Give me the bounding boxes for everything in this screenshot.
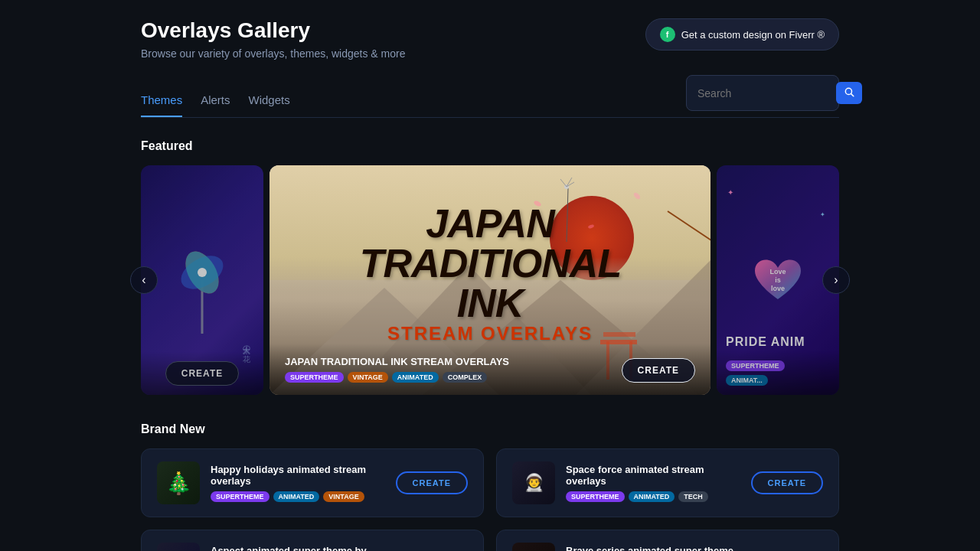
fan-decoration xyxy=(172,227,233,334)
svg-text:is: is xyxy=(775,276,781,284)
brand-new-title: Brand New xyxy=(141,422,839,436)
tab-widgets[interactable]: Widgets xyxy=(249,87,290,117)
chevron-right-icon: › xyxy=(834,273,838,287)
fiverr-icon: f xyxy=(660,27,675,42)
japan-card-name: JAPAN TRADITIONAL INK STREAM OVERLAYS xyxy=(285,356,509,367)
brave-thumbnail: B xyxy=(512,543,555,551)
chevron-left-icon: ‹ xyxy=(142,273,145,287)
brave-name: Brave series animated super theme by own… xyxy=(566,545,740,551)
happy-holidays-info: Happy holidays animated stream overlays … xyxy=(211,464,385,502)
carousel-right-card[interactable]: Love is love ✦ ✦ PRIDE ANIM xyxy=(717,165,839,395)
pride-heart-icon: Love is love xyxy=(747,249,808,311)
tag-vintage: VINTAGE xyxy=(348,372,388,383)
tag-supertheme-right: SUPERTHEME xyxy=(726,360,785,371)
brave-info: Brave series animated super theme by own… xyxy=(566,545,740,551)
tab-themes[interactable]: Themes xyxy=(141,87,182,117)
japan-card-title-text: JAPAN TRADITIONAL INK STREAM OVERLAYS xyxy=(360,204,620,344)
carousel-next-button[interactable]: › xyxy=(822,266,850,294)
space-force-thumbnail: 👨‍🚀 xyxy=(512,461,555,504)
list-item: B Brave series animated super theme by o… xyxy=(496,530,839,551)
tag-supertheme-sf: SUPERTHEME xyxy=(566,491,625,502)
tag-animated-hh: ANIMATED xyxy=(273,491,320,502)
svg-line-23 xyxy=(560,179,567,187)
right-card-tags: SUPERTHEME ANIMAT... xyxy=(726,360,830,386)
happy-holidays-name: Happy holidays animated stream overlays xyxy=(211,464,385,487)
happy-holidays-create-button[interactable]: CREATE xyxy=(396,471,468,494)
list-item: 👨‍🚀 Space force animated stream overlays… xyxy=(496,448,839,517)
happy-holidays-tags: SUPERTHEME ANIMATED VINTAGE xyxy=(211,491,385,502)
fiverr-label: Get a custom design on Fiverr ® xyxy=(681,29,825,41)
svg-point-20 xyxy=(632,191,641,200)
svg-point-6 xyxy=(198,268,207,277)
right-card-bottom: SUPERTHEME ANIMAT... xyxy=(717,351,839,395)
left-card-create-button[interactable]: CREATE xyxy=(165,361,239,386)
carousel-left-card[interactable]: 大木の花 CREATE xyxy=(141,165,263,395)
list-item: A Aspect animated super theme by own3d S… xyxy=(141,530,484,551)
pride-card-title: PRIDE ANIM xyxy=(726,335,805,348)
space-force-name: Space force animated stream overlays xyxy=(566,464,740,487)
tag-complex: COMPLEX xyxy=(443,372,488,383)
aspect-info: Aspect animated super theme by own3d SUP… xyxy=(211,545,385,551)
space-force-create-button[interactable]: CREATE xyxy=(751,471,823,494)
tag-vintage-hh: VINTAGE xyxy=(323,491,364,502)
japan-card-overlay: JAPAN TRADITIONAL INK STREAM OVERLAYS SU… xyxy=(270,344,710,395)
brand-new-section: Brand New 🎄 Happy holidays animated stre… xyxy=(141,422,839,551)
tag-animated-sf: ANIMATED xyxy=(629,491,675,502)
christmas-tree-icon: 🎄 xyxy=(165,471,192,496)
tag-animated: ANIMATED xyxy=(392,372,439,383)
search-button[interactable] xyxy=(836,82,862,104)
left-card-bottom: CREATE xyxy=(141,352,263,395)
japan-card-tags: SUPERTHEME VINTAGE ANIMATED COMPLEX xyxy=(285,372,509,383)
svg-line-1 xyxy=(851,94,854,96)
space-force-info: Space force animated stream overlays SUP… xyxy=(566,464,740,502)
tab-alerts[interactable]: Alerts xyxy=(201,87,230,117)
japan-card-create-button[interactable]: CREATE xyxy=(622,358,695,383)
search-icon xyxy=(844,86,854,99)
tag-tech-sf: TECH xyxy=(678,491,708,502)
page-title: Overlays Gallery xyxy=(141,18,405,43)
fiverr-button[interactable]: f Get a custom design on Fiverr ® xyxy=(645,18,839,51)
carousel-prev-button[interactable]: ‹ xyxy=(130,266,158,294)
tag-supertheme: SUPERTHEME xyxy=(285,372,344,383)
search-input[interactable] xyxy=(697,87,831,99)
svg-text:love: love xyxy=(771,285,785,292)
featured-carousel: ‹ xyxy=(141,165,839,395)
featured-section: Featured ‹ xyxy=(141,139,839,395)
happy-holidays-thumbnail: 🎄 xyxy=(157,461,200,504)
featured-title: Featured xyxy=(141,139,839,153)
aspect-name: Aspect animated super theme by own3d xyxy=(211,545,385,551)
brand-new-grid: 🎄 Happy holidays animated stream overlay… xyxy=(141,448,839,551)
svg-line-8 xyxy=(668,211,710,242)
carousel-main-card[interactable]: JAPAN TRADITIONAL INK STREAM OVERLAYS JA… xyxy=(270,165,710,395)
list-item: 🎄 Happy holidays animated stream overlay… xyxy=(141,448,484,517)
svg-text:Love: Love xyxy=(769,268,786,276)
page-subtitle: Browse our variety of overlays, themes, … xyxy=(141,47,405,60)
space-force-tags: SUPERTHEME ANIMATED TECH xyxy=(566,491,740,502)
astronaut-icon: 👨‍🚀 xyxy=(524,473,544,493)
tag-supertheme-hh: SUPERTHEME xyxy=(211,491,270,502)
tag-animated-right: ANIMAT... xyxy=(726,375,768,386)
aspect-thumbnail: A xyxy=(157,543,200,551)
